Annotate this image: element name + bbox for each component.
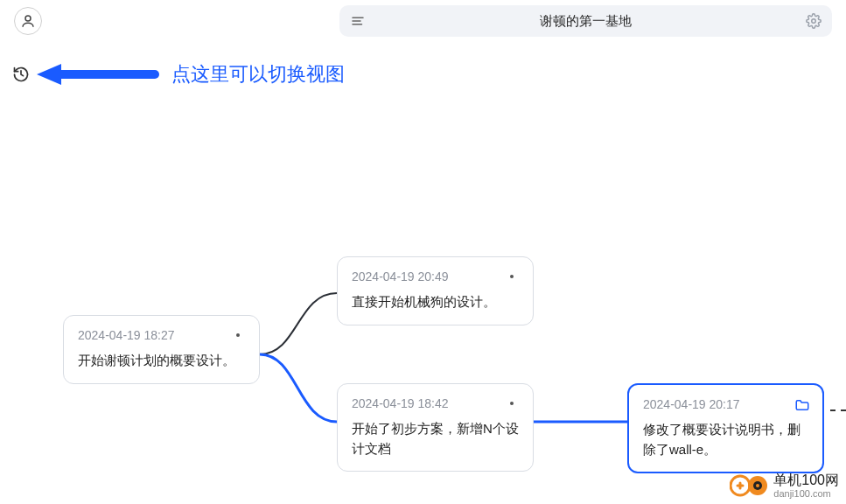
timeline-node-root[interactable]: 2024-04-19 18:27 开始谢顿计划的概要设计。 (63, 315, 260, 384)
watermark-logo-icon (730, 473, 768, 498)
node-timestamp: 2024-04-19 20:49 (352, 270, 519, 284)
node-timestamp: 2024-04-19 18:27 (78, 328, 245, 342)
node-menu-dot[interactable] (510, 402, 514, 405)
continuation-indicator (830, 410, 846, 411)
node-timestamp: 2024-04-19 18:42 (352, 396, 519, 410)
title-bar[interactable]: 谢顿的第一基地 (339, 5, 832, 37)
gear-icon (806, 13, 822, 29)
svg-point-12 (756, 484, 759, 487)
history-icon (12, 66, 30, 83)
node-content: 开始了初步方案，新增N个设计文档 (352, 419, 519, 458)
list-toggle-button[interactable] (350, 13, 366, 29)
node-content: 直接开始机械狗的设计。 (352, 292, 519, 312)
node-menu-dot[interactable] (236, 333, 240, 337)
node-timestamp: 2024-04-19 20:17 (643, 397, 808, 411)
settings-button[interactable] (806, 13, 822, 29)
watermark: 单机100网 danji100.com (730, 472, 839, 499)
folder-icon (794, 397, 810, 413)
svg-marker-6 (37, 64, 61, 85)
node-menu-dot[interactable] (510, 275, 514, 278)
hint-text: 点这里可以切换视图 (171, 61, 345, 88)
watermark-title: 单机100网 (773, 472, 839, 488)
node-content: 修改了概要设计说明书，删除了wall-e。 (643, 420, 808, 459)
watermark-subtitle: danji100.com (773, 488, 839, 499)
avatar-button[interactable] (14, 7, 42, 35)
hint-arrow-icon (37, 62, 159, 87)
history-view-button[interactable] (12, 66, 30, 83)
timeline-node-branch-top[interactable]: 2024-04-19 20:49 直接开始机械狗的设计。 (337, 256, 534, 326)
open-folder-button[interactable] (794, 397, 810, 416)
svg-point-4 (812, 19, 816, 24)
person-icon (20, 13, 36, 29)
document-title: 谢顿的第一基地 (350, 13, 822, 30)
timeline-node-branch-bottom[interactable]: 2024-04-19 18:42 开始了初步方案，新增N个设计文档 (337, 383, 534, 472)
list-icon (350, 13, 366, 29)
svg-point-0 (25, 16, 31, 21)
timeline-node-selected[interactable]: 2024-04-19 20:17 修改了概要设计说明书，删除了wall-e。 (627, 383, 824, 473)
node-content: 开始谢顿计划的概要设计。 (78, 351, 245, 371)
